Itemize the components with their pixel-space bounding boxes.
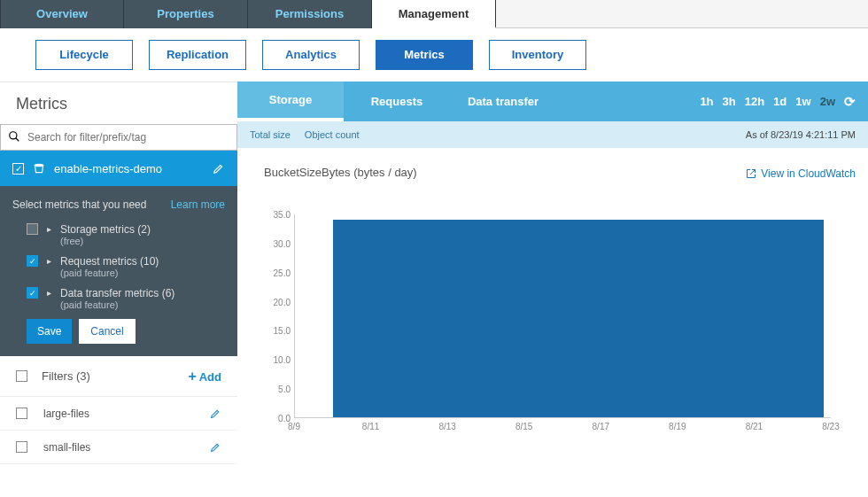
chevron-right-icon: ▸ [47, 224, 51, 234]
bucket-icon [33, 162, 45, 175]
range-12h[interactable]: 12h [745, 95, 764, 108]
sectab-transfer[interactable]: Data transfer [450, 82, 556, 121]
sectab-requests[interactable]: Requests [344, 82, 450, 121]
add-filter-button[interactable]: +Add [188, 369, 221, 384]
range-2w[interactable]: 2w [820, 95, 835, 108]
refresh-icon[interactable]: ⟳ [844, 94, 856, 110]
edit-filter-icon[interactable] [210, 441, 221, 453]
metrics-options-panel: Select metrics that you need Learn more … [0, 186, 237, 356]
metric-option-storage[interactable]: ▸ Storage metrics (2) (free) [27, 223, 225, 246]
bucket-header[interactable]: enable-metrics-demo [0, 151, 237, 186]
search-row [0, 124, 237, 151]
metric-option-requests[interactable]: ▸ Request metrics (10) (paid feature) [27, 255, 225, 278]
metrics-heading: Metrics [0, 82, 237, 124]
bucket-checkbox[interactable] [12, 163, 24, 175]
metric-requests-checkbox[interactable] [27, 255, 38, 267]
filter-label: large-files [43, 408, 89, 420]
metric-requests-label: Request metrics (10) [60, 255, 159, 268]
sectab-storage[interactable]: Storage [237, 82, 344, 121]
main-tabs: Overview Properties Permissions Manageme… [0, 0, 868, 28]
svg-point-0 [10, 131, 17, 138]
tab-permissions[interactable]: Permissions [248, 0, 372, 28]
range-3h[interactable]: 3h [723, 95, 736, 108]
timestamp-label: As of 8/23/19 4:21:11 PM [746, 129, 856, 140]
select-metrics-heading: Select metrics that you need [12, 198, 146, 211]
search-input[interactable] [27, 125, 236, 150]
view-in-cloudwatch-link[interactable]: View in CloudWatch [746, 167, 856, 180]
metric-option-transfer[interactable]: ▸ Data transfer metrics (6) (paid featur… [27, 287, 225, 310]
save-button[interactable]: Save [27, 319, 72, 344]
svg-line-1 [16, 137, 19, 141]
metric-storage-label: Storage metrics (2) [60, 223, 151, 236]
filters-label: Filters (3) [42, 369, 90, 383]
subtab-lifecycle[interactable]: Lifecycle [35, 40, 133, 70]
metric-transfer-sublabel: (paid feature) [60, 299, 174, 310]
metric-storage-sublabel: (free) [60, 236, 151, 246]
range-1w[interactable]: 1w [795, 95, 810, 108]
subtab-metrics[interactable]: Metrics [376, 40, 473, 70]
tab-management[interactable]: Management [372, 0, 496, 28]
time-range-selector: 1h 3h 12h 1d 1w 2w ⟳ [687, 82, 868, 121]
edit-bucket-icon[interactable] [213, 162, 225, 175]
chart-area: View in CloudWatch BucketSizeBytes (byte… [237, 148, 868, 436]
main-tabs-spacer [496, 0, 868, 27]
tab-properties[interactable]: Properties [124, 0, 248, 28]
metric-transfer-checkbox[interactable] [27, 287, 38, 299]
sub-tabs: Lifecycle Replication Analytics Metrics … [0, 28, 868, 73]
filters-checkbox[interactable] [16, 370, 27, 382]
search-icon [1, 130, 27, 145]
edit-filter-icon[interactable] [210, 408, 221, 419]
left-panel: Metrics enable-metrics-demo Select metri… [0, 82, 237, 497]
metric-storage-checkbox[interactable] [27, 223, 38, 235]
bucket-label: enable-metrics-demo [54, 162, 162, 175]
metric-requests-sublabel: (paid feature) [60, 268, 159, 278]
right-panel: Storage Requests Data transfer 1h 3h 12h… [237, 82, 868, 497]
chart-plot: 0.05.010.015.020.025.030.035.0 8/98/118/… [264, 214, 831, 436]
tab-overview[interactable]: Overview [0, 0, 124, 28]
subtab-inventory[interactable]: Inventory [489, 40, 586, 70]
chevron-right-icon: ▸ [47, 288, 51, 298]
chevron-right-icon: ▸ [47, 256, 51, 266]
filters-header: Filters (3) +Add [0, 356, 237, 397]
storage-subheader: Total size Object count As of 8/23/19 4:… [237, 121, 868, 148]
subtab-replication[interactable]: Replication [149, 40, 246, 70]
filter-label: small-files [43, 441, 90, 454]
range-1d[interactable]: 1d [773, 95, 787, 108]
cancel-button[interactable]: Cancel [79, 319, 135, 344]
metric-transfer-label: Data transfer metrics (6) [60, 287, 174, 299]
learn-more-link[interactable]: Learn more [171, 198, 225, 211]
subtab-analytics[interactable]: Analytics [262, 40, 360, 70]
filter-checkbox[interactable] [16, 441, 27, 453]
chart-bar [333, 220, 824, 417]
filter-item-small-files[interactable]: small-files [0, 431, 237, 464]
link-object-count[interactable]: Object count [305, 129, 360, 140]
filter-item-large-files[interactable]: large-files [0, 397, 237, 431]
filter-checkbox[interactable] [16, 408, 27, 419]
link-total-size[interactable]: Total size [250, 129, 291, 140]
range-1h[interactable]: 1h [700, 95, 713, 108]
metrics-category-tabs: Storage Requests Data transfer 1h 3h 12h… [237, 82, 868, 121]
